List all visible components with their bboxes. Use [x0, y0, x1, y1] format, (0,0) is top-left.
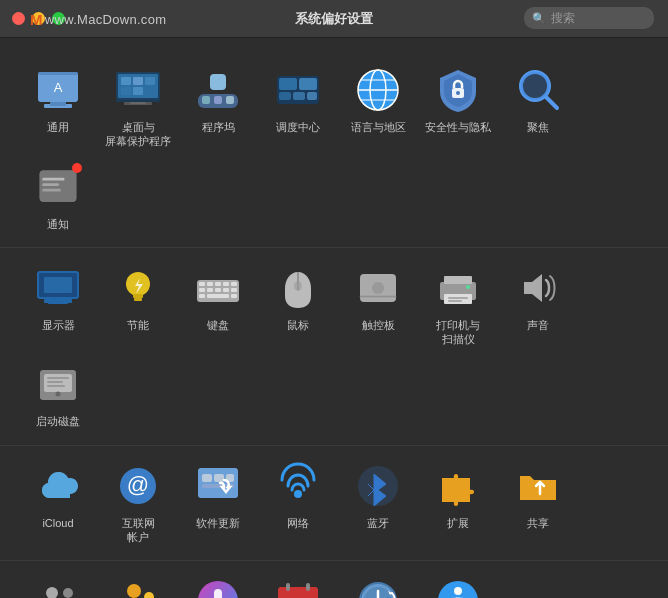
pref-internet[interactable]: @ 互联网 帐户 [98, 454, 178, 551]
svg-rect-52 [207, 282, 213, 286]
pref-dock[interactable]: 程序坞 [178, 58, 258, 155]
pref-access[interactable]: 辅助功能 [418, 569, 498, 598]
svg-rect-7 [121, 77, 131, 85]
svg-rect-46 [44, 277, 72, 293]
svg-rect-48 [133, 294, 143, 298]
pref-extensions[interactable]: 扩展 [418, 454, 498, 551]
title-bar: Mwww.MacDown.com 系统偏好设置 🔍 [0, 0, 668, 38]
pref-users[interactable]: 用户与群组 [18, 569, 98, 598]
svg-rect-49 [134, 298, 142, 301]
svg-rect-85 [214, 474, 224, 482]
svg-point-88 [294, 490, 302, 498]
svg-text:A: A [54, 80, 63, 95]
pref-icloud-label: iCloud [42, 516, 73, 530]
svg-rect-45 [44, 299, 72, 303]
pref-parental[interactable]: 家长控制 [98, 569, 178, 598]
svg-rect-9 [145, 77, 155, 85]
pref-mouse-label: 鼠标 [287, 318, 309, 332]
svg-rect-51 [199, 282, 205, 286]
pref-dock-label: 程序坞 [202, 120, 235, 134]
pref-printer-label: 打印机与 扫描仪 [436, 318, 480, 347]
pref-icloud[interactable]: iCloud [18, 454, 98, 551]
svg-rect-79 [47, 381, 63, 383]
pref-mission[interactable]: 调度中心 [258, 58, 338, 155]
pref-softupdate[interactable]: 软件更新 [178, 454, 258, 551]
search-box[interactable]: 🔍 [524, 7, 654, 29]
pref-printer[interactable]: 打印机与 扫描仪 [418, 256, 498, 353]
svg-point-111 [454, 587, 462, 595]
pref-keyboard-label: 键盘 [207, 318, 229, 332]
svg-rect-84 [202, 474, 212, 482]
pref-security-label: 安全性与隐私 [425, 120, 491, 134]
pref-energy-label: 节能 [127, 318, 149, 332]
pref-datetime[interactable]: 18 日期与时间 [258, 569, 338, 598]
pref-sharing[interactable]: 共享 [498, 454, 578, 551]
pref-desktop-label: 桌面与 屏幕保护程序 [105, 120, 171, 149]
pref-sound-label: 声音 [527, 318, 549, 332]
svg-rect-22 [299, 78, 317, 90]
pref-sharing-label: 共享 [527, 516, 549, 530]
svg-rect-80 [47, 385, 65, 387]
pref-display[interactable]: 显示器 [18, 256, 98, 353]
svg-point-77 [56, 392, 61, 397]
pref-keyboard[interactable]: 键盘 [178, 256, 258, 353]
pref-network[interactable]: 网络 [258, 454, 338, 551]
section-system: 用户与群组 家长控制 [0, 561, 668, 598]
pref-security[interactable]: 安全性与隐私 [418, 58, 498, 155]
section-hardware: 显示器 节能 [0, 248, 668, 446]
svg-rect-38 [40, 170, 77, 201]
close-button[interactable] [12, 12, 25, 25]
svg-rect-21 [279, 78, 297, 90]
svg-rect-57 [207, 288, 213, 292]
pref-mission-label: 调度中心 [276, 120, 320, 134]
svg-rect-14 [116, 100, 160, 102]
search-input[interactable] [551, 11, 646, 25]
section-internet: iCloud @ 互联网 帐户 [0, 446, 668, 562]
pref-notify[interactable]: 通知 [18, 155, 98, 237]
pref-notify-label: 通知 [47, 217, 69, 231]
svg-rect-61 [207, 294, 229, 298]
pref-siri[interactable]: Siri [178, 569, 258, 598]
pref-startup[interactable]: 启动磁盘 [18, 352, 98, 434]
pref-general-label: 通用 [47, 120, 69, 134]
pref-internet-label: 互联网 帐户 [122, 516, 155, 545]
pref-spotlight[interactable]: 聚焦 [498, 58, 578, 155]
pref-desktop[interactable]: 桌面与 屏幕保护程序 [98, 58, 178, 155]
svg-rect-40 [42, 183, 58, 186]
pref-trackpad[interactable]: 触控板 [338, 256, 418, 353]
pref-language[interactable]: 语言与地区 [338, 58, 418, 155]
pref-extensions-label: 扩展 [447, 516, 469, 530]
pref-bluetooth-label: 蓝牙 [367, 516, 389, 530]
svg-rect-70 [444, 276, 472, 284]
svg-point-36 [521, 72, 549, 100]
svg-rect-60 [231, 288, 237, 292]
pref-softupdate-label: 软件更新 [196, 516, 240, 530]
pref-energy[interactable]: 节能 [98, 256, 178, 353]
svg-rect-25 [307, 92, 317, 100]
svg-rect-59 [223, 288, 229, 292]
svg-rect-24 [293, 92, 305, 100]
svg-point-94 [144, 592, 154, 598]
svg-rect-54 [223, 282, 229, 286]
pref-timemachine[interactable]: 时间机器 [338, 569, 418, 598]
svg-rect-3 [50, 102, 66, 106]
svg-rect-72 [448, 297, 468, 299]
section-personal: A 通用 [0, 50, 668, 248]
search-icon: 🔍 [532, 12, 546, 25]
pref-network-label: 网络 [287, 516, 309, 530]
svg-rect-17 [214, 96, 222, 104]
svg-rect-83 [198, 468, 238, 498]
pref-bluetooth[interactable]: 蓝牙 [338, 454, 418, 551]
svg-rect-55 [231, 282, 237, 286]
pref-mouse[interactable]: 鼠标 [258, 256, 338, 353]
pref-display-label: 显示器 [42, 318, 75, 332]
pref-sound[interactable]: 声音 [498, 256, 578, 353]
pref-general[interactable]: A 通用 [18, 58, 98, 155]
svg-rect-41 [42, 188, 60, 191]
svg-rect-78 [47, 377, 69, 379]
svg-rect-8 [133, 77, 143, 85]
content-area: A 通用 [0, 38, 668, 598]
svg-rect-96 [214, 589, 222, 598]
svg-rect-103 [286, 583, 290, 591]
window-title: 系统偏好设置 [295, 10, 373, 28]
